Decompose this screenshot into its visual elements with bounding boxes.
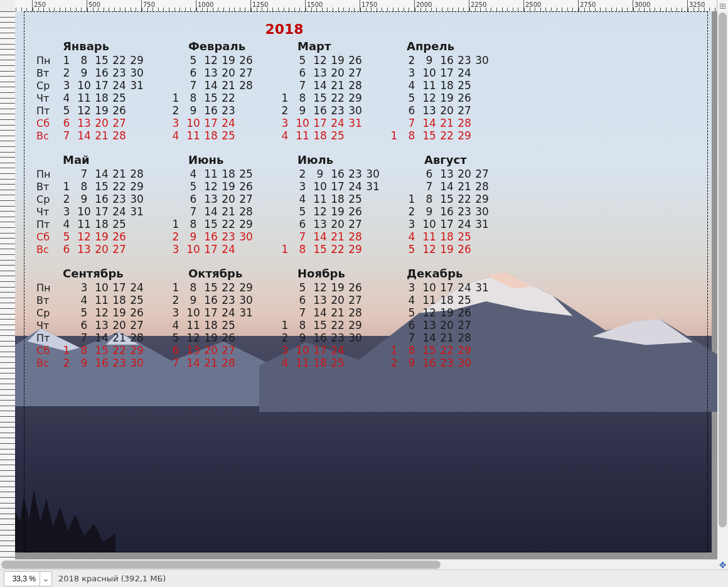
ruler-horizontal[interactable]: 0250500750100012501500175020002250250027… xyxy=(15,0,717,12)
day-cell xyxy=(237,319,255,331)
day-cell: 18 xyxy=(438,230,456,243)
horizontal-scrollbar-thumb[interactable] xyxy=(1,561,441,569)
day-cell: 20 xyxy=(329,294,346,306)
day-cell: 9 xyxy=(185,230,202,243)
day-cell: 12 xyxy=(93,306,110,319)
day-cell: 17 xyxy=(438,67,456,79)
day-cell xyxy=(276,306,294,319)
day-cell: 23 xyxy=(346,168,364,180)
weekday-label: Чт xyxy=(36,320,58,331)
day-cell: 30 xyxy=(128,67,146,79)
day-cell: 19 xyxy=(438,92,456,104)
day-cell: 23 xyxy=(110,67,128,79)
day-cell xyxy=(167,193,185,205)
day-cell: 12 xyxy=(311,281,329,294)
day-cell: 13 xyxy=(311,218,329,230)
weekday-label: Чт xyxy=(36,206,58,218)
day-cell: 18 xyxy=(202,129,220,142)
day-cell xyxy=(167,205,185,218)
day-cell xyxy=(385,294,403,306)
day-cell xyxy=(58,331,75,344)
vertical-scrollbar[interactable] xyxy=(717,11,728,559)
day-cell xyxy=(167,180,185,193)
day-cell: 24 xyxy=(220,117,237,129)
day-cell: 25 xyxy=(456,294,473,306)
day-cell xyxy=(364,218,382,230)
day-cell xyxy=(276,180,294,193)
status-bar: ⌄ 2018 красный (392,1 МБ) xyxy=(0,569,728,587)
day-cell: 22 xyxy=(456,193,473,205)
vertical-scrollbar-thumb[interactable] xyxy=(719,13,727,527)
day-cell: 7 xyxy=(294,79,311,92)
day-cell: 25 xyxy=(456,230,473,243)
day-cell: 5 xyxy=(58,230,75,243)
day-cell xyxy=(385,67,403,79)
day-cell: 3 xyxy=(403,281,420,294)
day-cell: 5 xyxy=(403,243,420,256)
day-cell: 16 xyxy=(202,230,220,243)
calendar-overlay: 2018 ЯнварьПн18152229Вт29162330Ср3101724… xyxy=(36,21,532,380)
day-cell: 30 xyxy=(473,54,491,67)
month-name: Июнь xyxy=(188,153,255,166)
day-cell: 22 xyxy=(110,344,128,357)
day-cell: 27 xyxy=(346,218,364,230)
month-block: Апрель2916233031017244111825512192661320… xyxy=(380,40,491,142)
day-cell: 29 xyxy=(237,218,255,230)
day-cell: 25 xyxy=(456,79,473,92)
day-cell: 18 xyxy=(438,294,456,306)
weekday-label: Вс xyxy=(36,130,58,142)
ruler-vertical[interactable] xyxy=(0,11,16,559)
day-cell: 14 xyxy=(420,117,438,129)
image-canvas[interactable]: 2018 ЯнварьПн18152229Вт29162330Ср3101724… xyxy=(15,11,712,552)
day-cell: 28 xyxy=(220,357,237,369)
day-cell: 16 xyxy=(93,193,110,205)
day-cell: 18 xyxy=(220,168,237,180)
day-cell xyxy=(167,79,185,92)
ruler-tick-label: 2000 xyxy=(416,1,432,8)
day-cell xyxy=(58,319,75,331)
horizontal-scrollbar[interactable] xyxy=(0,559,717,570)
day-cell: 21 xyxy=(93,129,110,142)
day-cell: 27 xyxy=(456,319,473,331)
day-cell xyxy=(473,230,491,243)
day-cell: 20 xyxy=(202,344,220,357)
day-cell: 11 xyxy=(202,168,220,180)
day-cell: 25 xyxy=(110,218,128,230)
day-cell: 29 xyxy=(128,54,146,67)
day-cell: 6 xyxy=(420,168,438,180)
navigation-icon[interactable]: ✥ xyxy=(717,559,728,570)
day-cell: 27 xyxy=(237,67,255,79)
day-cell: 2 xyxy=(385,357,403,369)
day-cell: 24 xyxy=(220,306,237,319)
day-cell xyxy=(385,117,403,129)
day-cell: 14 xyxy=(311,230,329,243)
day-cell: 25 xyxy=(220,129,237,142)
day-cell: 29 xyxy=(128,344,146,357)
zoom-control[interactable]: ⌄ xyxy=(4,571,52,586)
month-block: Февраль512192661320277142128181522291623… xyxy=(162,40,255,142)
day-cell: 18 xyxy=(329,193,346,205)
day-cell: 9 xyxy=(75,357,93,369)
day-cell: 21 xyxy=(456,180,473,193)
month-block: ЯнварьПн18152229Вт29162330Ср310172431Чт4… xyxy=(36,40,146,142)
day-cell: 8 xyxy=(185,218,202,230)
day-cell: 21 xyxy=(110,168,128,180)
day-cell: 27 xyxy=(110,243,128,256)
day-cell xyxy=(276,54,294,67)
day-cell: 16 xyxy=(202,104,220,117)
ruler-corner-button[interactable]: ⊞ xyxy=(717,0,728,12)
zoom-dropdown-button[interactable]: ⌄ xyxy=(40,572,51,586)
day-cell: 5 xyxy=(403,92,420,104)
day-cell: 1 xyxy=(276,243,294,256)
day-cell: 23 xyxy=(456,54,473,67)
day-cell xyxy=(58,306,75,319)
day-cell: 5 xyxy=(294,205,311,218)
day-cell: 7 xyxy=(403,117,420,129)
weekday-label: Чт xyxy=(36,92,58,104)
zoom-input[interactable] xyxy=(4,572,40,586)
day-cell xyxy=(276,294,294,306)
day-cell: 13 xyxy=(93,319,110,331)
weekday-label: Вт xyxy=(36,67,58,79)
day-cell: 6 xyxy=(403,319,420,331)
canvas-scroll-area[interactable]: 2018 ЯнварьПн18152229Вт29162330Ср3101724… xyxy=(15,11,717,559)
